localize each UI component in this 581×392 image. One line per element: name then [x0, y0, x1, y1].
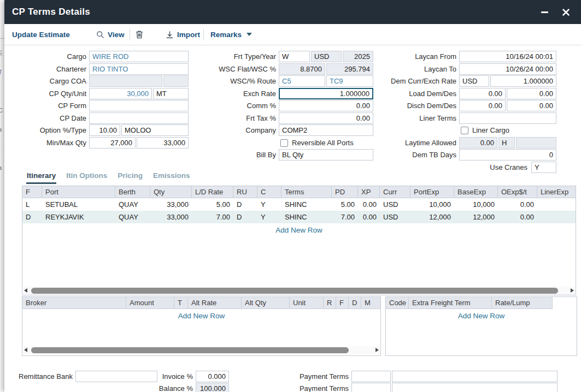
- cp-unit-field[interactable]: MT: [153, 88, 189, 99]
- itin-cell[interactable]: SHINC: [281, 198, 332, 211]
- itin-cell[interactable]: 33,000: [150, 211, 192, 223]
- close-icon: [562, 9, 570, 16]
- remarks-dropdown-button[interactable]: Remarks: [210, 24, 252, 45]
- option-type-field[interactable]: MOLOO: [121, 124, 189, 136]
- itin-col-qty: Qty: [150, 186, 192, 198]
- itin-cell[interactable]: 7.00: [332, 211, 358, 223]
- option-pct-field[interactable]: 10.00: [89, 124, 120, 136]
- itin-cell[interactable]: D: [22, 211, 42, 223]
- itin-cell[interactable]: USD: [380, 211, 410, 223]
- frt-tax-pct-label: Frt Tax %: [185, 112, 276, 124]
- company-field[interactable]: COMP2: [279, 124, 373, 136]
- charterer-field[interactable]: RIO TINTO: [89, 63, 189, 75]
- tab-bar: Itinerary Itin Options Pricing Emissions: [26, 170, 191, 184]
- cargo-coa-label: Cargo COA: [4, 75, 86, 87]
- itin-cell[interactable]: 10,000: [454, 198, 498, 211]
- option-pct-type-label: Option %/Type: [4, 124, 86, 136]
- broker-hscroll-thumb[interactable]: [31, 347, 349, 353]
- scroll-right-arrow[interactable]: [571, 288, 574, 293]
- itin-cell[interactable]: 12,000: [454, 211, 498, 223]
- liner-cargo-checkbox[interactable]: [461, 127, 468, 134]
- itin-cell[interactable]: [537, 198, 576, 211]
- itin-cell[interactable]: 0.00: [498, 211, 537, 223]
- itin-cell[interactable]: USD: [380, 198, 410, 211]
- tab-emissions[interactable]: Emissions: [152, 170, 191, 184]
- itin-cell[interactable]: D: [233, 198, 257, 211]
- tab-itinerary[interactable]: Itinerary: [26, 170, 56, 184]
- itin-cell[interactable]: 10,000: [410, 198, 454, 211]
- payment-terms-2-description-field[interactable]: [392, 383, 557, 392]
- payment-terms-2-code-field[interactable]: [351, 383, 391, 392]
- itin-cell[interactable]: D: [233, 211, 257, 223]
- itin-cell[interactable]: 0.00: [358, 211, 380, 223]
- payment-terms-2-label: Payment Terms: [284, 383, 349, 392]
- extra-freight-add-new-row-link[interactable]: Add New Row: [386, 312, 577, 320]
- update-estimate-button[interactable]: Update Estimate: [12, 24, 70, 45]
- itin-cell[interactable]: 5.00: [192, 198, 233, 211]
- payment-terms-1-label: Payment Terms: [284, 371, 349, 382]
- itin-cell[interactable]: [537, 211, 576, 223]
- scroll-right-arrow[interactable]: [375, 348, 379, 352]
- scroll-left-arrow[interactable]: [24, 288, 27, 293]
- itin-cell[interactable]: 33,000: [150, 198, 192, 211]
- itin-cell[interactable]: SHINC: [281, 211, 332, 223]
- scroll-left-arrow[interactable]: [24, 348, 27, 352]
- max-qty-field[interactable]: 33,000: [137, 137, 189, 149]
- itin-cell[interactable]: 0.00: [498, 198, 537, 211]
- laycan-to-field[interactable]: 10/26/24 00:00: [459, 63, 556, 75]
- exch-rate-field[interactable]: 1.000000: [279, 88, 373, 99]
- liner-terms-field[interactable]: [459, 112, 556, 124]
- load-dem-field[interactable]: 0.00: [459, 88, 506, 99]
- itin-col-berth: Berth: [115, 186, 150, 198]
- itin-cell[interactable]: 5.00: [332, 198, 358, 211]
- dem-curr-field[interactable]: USD: [459, 75, 489, 87]
- cp-date-field[interactable]: [89, 112, 189, 124]
- min-qty-field[interactable]: 27,000: [89, 137, 136, 149]
- minimize-button[interactable]: [537, 0, 551, 24]
- delete-button[interactable]: [136, 24, 143, 45]
- comm-pct-field[interactable]: 0.00: [279, 100, 373, 111]
- itin-cell[interactable]: 12,000: [410, 211, 454, 223]
- import-button[interactable]: Import: [166, 24, 200, 45]
- itinerary-table-panel: F Port Berth Qty L/D Rate RU C Terms PD …: [22, 186, 576, 295]
- bill-by-field[interactable]: BL Qty: [279, 149, 373, 161]
- cp-form-field[interactable]: [89, 100, 189, 111]
- load-des-field[interactable]: 0.00: [507, 88, 556, 99]
- disch-dem-field[interactable]: 0.00: [459, 100, 506, 111]
- dem-curr-exch-rate-label: Dem Curr/Exch Rate: [365, 75, 456, 87]
- itin-cell[interactable]: L: [22, 198, 42, 211]
- itin-col-baseexp: BaseExp: [454, 186, 498, 198]
- itin-cell[interactable]: SETUBAL: [42, 198, 115, 211]
- tab-itin-options[interactable]: Itin Options: [66, 170, 108, 184]
- itin-cell[interactable]: Y: [257, 198, 281, 211]
- itin-cell[interactable]: REYKJAVIK: [42, 211, 115, 223]
- view-button[interactable]: View: [96, 24, 125, 45]
- frt-tax-field[interactable]: 0.00: [279, 112, 373, 124]
- itin-cell[interactable]: 0.00: [358, 198, 380, 211]
- laycan-from-field[interactable]: 10/16/24 00:01: [459, 51, 556, 62]
- dem-tb-days-field[interactable]: 0: [459, 149, 556, 161]
- close-button[interactable]: [559, 0, 573, 24]
- disch-des-field[interactable]: 0.00: [507, 100, 556, 111]
- itin-cell[interactable]: QUAY: [115, 211, 150, 223]
- cp-qty-field[interactable]: 30,000: [89, 88, 152, 99]
- itinerary-add-new-row-link[interactable]: Add New Row: [22, 226, 576, 234]
- wsc-route1-field[interactable]: C5: [279, 75, 325, 87]
- use-cranes-field[interactable]: Y: [531, 162, 556, 173]
- tab-pricing[interactable]: Pricing: [117, 170, 143, 184]
- itinerary-hscroll-thumb[interactable]: [31, 288, 558, 294]
- cargo-coa-field: [89, 75, 162, 87]
- reversible-all-ports-checkbox[interactable]: [280, 139, 288, 147]
- dem-exch-rate-field[interactable]: 1.000000: [490, 75, 556, 87]
- laytime-unit-field: H: [498, 137, 515, 149]
- itin-cell[interactable]: Y: [257, 211, 281, 223]
- itin-cell[interactable]: QUAY: [115, 198, 150, 211]
- cargo-field[interactable]: WIRE ROD: [89, 51, 189, 62]
- frt-type-field[interactable]: W: [279, 51, 310, 62]
- payment-terms-1-description-field[interactable]: [392, 371, 557, 382]
- invoice-pct-field[interactable]: 0.000: [196, 371, 229, 382]
- itin-cell[interactable]: 7.00: [192, 211, 233, 223]
- broker-add-new-row-link[interactable]: Add New Row: [22, 312, 380, 320]
- payment-terms-1-code-field[interactable]: [351, 371, 391, 382]
- itinerary-header-row: F Port Berth Qty L/D Rate RU C Terms PD …: [22, 186, 576, 198]
